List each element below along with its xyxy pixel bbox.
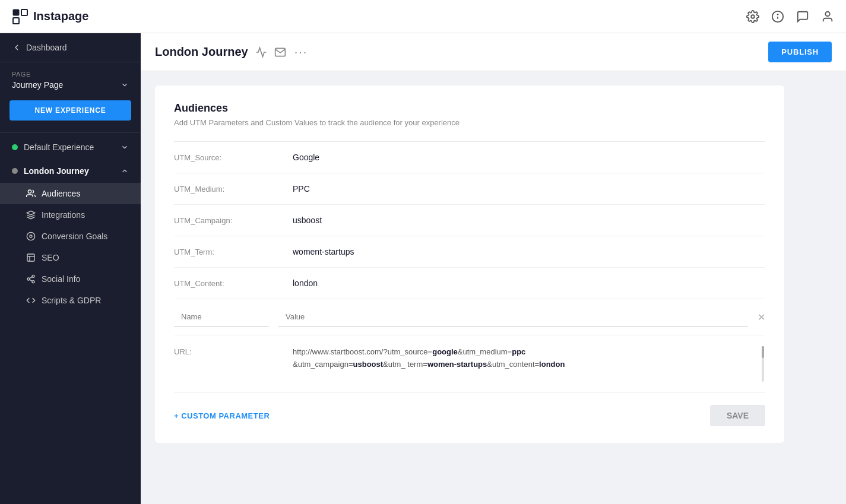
sidebar-page-section: Page Journey Page <box>0 62 141 94</box>
dot-green-icon <box>12 144 18 150</box>
utm-term-value: woment-startups <box>293 247 765 256</box>
scrollbar-thumb <box>762 346 764 358</box>
scrollbar-track <box>762 346 764 382</box>
svg-point-9 <box>27 232 34 240</box>
utm-campaign-value: usboost <box>293 215 765 225</box>
svg-line-15 <box>30 280 33 281</box>
svg-point-14 <box>32 281 34 283</box>
svg-point-10 <box>30 235 32 237</box>
custom-param-row: ✕ <box>174 299 765 335</box>
svg-rect-0 <box>13 9 19 15</box>
sidebar-sub-social-info[interactable]: Social Info <box>0 268 141 290</box>
sidebar: Dashboard Page Journey Page NEW EXPERIEN… <box>0 33 141 504</box>
sidebar-sub-audiences[interactable]: Audiences <box>0 183 141 204</box>
utm-campaign-label: UTM_Campaign: <box>174 216 293 225</box>
custom-param-value-input[interactable] <box>278 308 748 327</box>
utm-medium-value: PPC <box>293 184 765 194</box>
page-header-left: London Journey ··· <box>155 45 308 59</box>
url-scrollbar[interactable] <box>762 346 765 382</box>
utm-campaign-row: UTM_Campaign: usboost <box>174 205 765 236</box>
chat-icon[interactable] <box>796 10 809 23</box>
logo: Instapage <box>12 8 88 25</box>
sidebar-sub-conversion-goals[interactable]: Conversion Goals <box>0 226 141 247</box>
scroll-content: Audiences Add UTM Parameters and Custom … <box>141 71 846 504</box>
utm-medium-label: UTM_Medium: <box>174 185 293 194</box>
svg-line-16 <box>30 277 33 278</box>
utm-medium-row: UTM_Medium: PPC <box>174 173 765 205</box>
svg-rect-11 <box>27 254 34 261</box>
seo-icon <box>26 253 36 262</box>
utm-source-row: UTM_Source: Google <box>174 142 765 173</box>
top-header: Instapage <box>0 0 846 33</box>
page-select[interactable]: Journey Page <box>12 80 129 90</box>
audiences-icon <box>26 189 36 198</box>
analytics-icon[interactable] <box>255 46 267 58</box>
svg-point-7 <box>825 11 829 15</box>
custom-parameter-link[interactable]: + CUSTOM PARAMETER <box>174 411 270 420</box>
svg-point-12 <box>32 275 34 277</box>
logo-icon <box>12 8 28 25</box>
sidebar-item-london-journey[interactable]: London Journey <box>0 159 141 183</box>
sidebar-divider-1 <box>0 132 141 133</box>
audiences-card: Audiences Add UTM Parameters and Custom … <box>155 85 784 443</box>
info-icon[interactable] <box>771 10 784 23</box>
new-experience-button[interactable]: NEW EXPERIENCE <box>9 100 131 121</box>
settings-icon[interactable] <box>746 10 759 23</box>
content-area: London Journey ··· PUBLISH Audiences Add… <box>141 33 846 504</box>
svg-point-13 <box>27 278 30 280</box>
card-title: Audiences <box>174 102 765 115</box>
chevron-up-icon <box>121 167 129 175</box>
utm-source-value: Google <box>293 153 765 162</box>
user-icon[interactable] <box>821 10 834 23</box>
back-arrow-icon <box>12 43 21 52</box>
url-row: URL: http://www.startboost.com/?utm_sour… <box>174 335 765 393</box>
integrations-icon <box>26 210 36 220</box>
card-footer: + CUSTOM PARAMETER SAVE <box>174 393 765 426</box>
sidebar-sub-seo[interactable]: SEO <box>0 247 141 268</box>
chevron-down-icon <box>121 81 129 89</box>
back-dashboard[interactable]: Dashboard <box>0 33 141 62</box>
dot-gray-icon <box>12 168 18 174</box>
card-subtitle: Add UTM Parameters and Custom Values to … <box>174 118 765 127</box>
sidebar-sub-scripts-gdpr[interactable]: Scripts & GDPR <box>0 290 141 311</box>
svg-point-8 <box>28 190 31 193</box>
url-label: URL: <box>174 346 293 356</box>
utm-content-label: UTM_Content: <box>174 279 293 288</box>
more-icon[interactable]: ··· <box>294 45 308 59</box>
main-layout: Dashboard Page Journey Page NEW EXPERIEN… <box>0 33 846 504</box>
save-button[interactable]: SAVE <box>710 405 765 426</box>
header-icons <box>746 10 834 23</box>
page-title: London Journey <box>155 45 248 59</box>
sidebar-item-default-experience[interactable]: Default Experience <box>0 135 141 159</box>
url-value: http://www.startboost.com/?utm_source=go… <box>293 346 757 371</box>
publish-button[interactable]: PUBLISH <box>768 42 832 62</box>
custom-param-name-input[interactable] <box>174 308 269 327</box>
scripts-icon <box>26 296 36 305</box>
social-icon <box>26 274 36 284</box>
utm-content-value: london <box>293 278 765 288</box>
conversion-icon <box>26 232 36 241</box>
sidebar-sub-integrations[interactable]: Integrations <box>0 204 141 226</box>
email-icon[interactable] <box>274 46 286 58</box>
chevron-down-icon-default <box>121 143 129 151</box>
utm-term-label: UTM_Term: <box>174 248 293 256</box>
page-header: London Journey ··· PUBLISH <box>141 33 846 71</box>
svg-rect-1 <box>13 18 19 24</box>
svg-rect-2 <box>21 9 27 15</box>
utm-term-row: UTM_Term: woment-startups <box>174 236 765 268</box>
close-icon[interactable]: ✕ <box>758 312 765 323</box>
svg-point-3 <box>751 15 755 18</box>
utm-content-row: UTM_Content: london <box>174 268 765 299</box>
utm-source-label: UTM_Source: <box>174 153 293 162</box>
